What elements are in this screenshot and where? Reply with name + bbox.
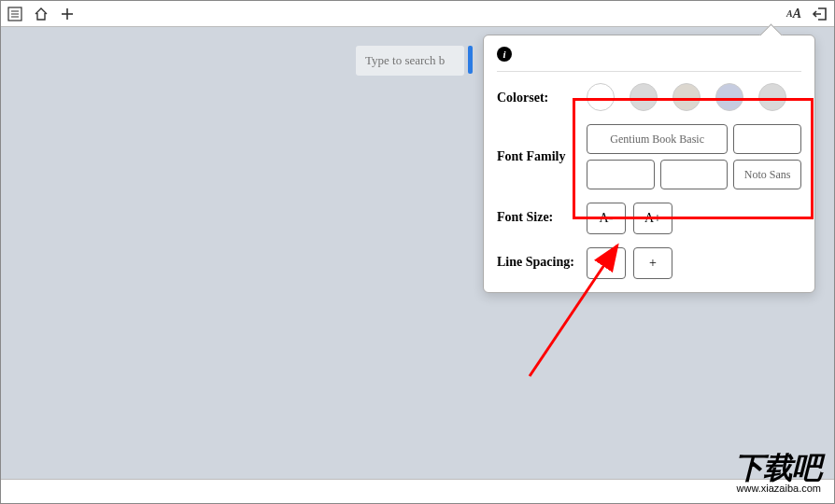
linespacing-row: Line Spacing: - + <box>497 247 801 279</box>
linespacing-increase-button[interactable]: + <box>633 247 672 279</box>
colorset-swatch-gray[interactable] <box>630 83 658 111</box>
fontsize-decrease-button[interactable]: A- <box>587 203 626 234</box>
colorset-label: Colorset: <box>497 83 587 105</box>
exit-icon[interactable] <box>812 6 828 22</box>
fontsize-label: Font Size: <box>497 203 587 225</box>
info-row: i <box>497 47 801 72</box>
colorset-swatch-blue[interactable] <box>715 83 743 111</box>
toolbar: AA <box>1 1 834 27</box>
linespacing-decrease-button[interactable]: - <box>587 247 626 279</box>
fontfamily-options: Gentium Book Basic Noto Sans <box>587 124 801 189</box>
fontsize-increase-button[interactable]: A+ <box>633 203 672 234</box>
colorset-row: Colorset: <box>497 83 801 111</box>
settings-popover: i Colorset: Font Family Gentium Book Bas… <box>483 35 815 293</box>
fontsize-controls: A- A+ <box>587 203 801 234</box>
watermark-url: www.xiazaiba.com <box>734 483 821 494</box>
list-icon[interactable] <box>7 6 23 22</box>
font-settings-icon[interactable]: AA <box>785 6 802 22</box>
add-icon[interactable] <box>59 6 76 22</box>
info-icon[interactable]: i <box>497 47 512 62</box>
colorset-swatch-sepia[interactable] <box>672 83 701 111</box>
linespacing-controls: - + <box>587 247 801 279</box>
colorset-swatch-white[interactable] <box>587 83 615 111</box>
home-icon[interactable] <box>33 6 50 22</box>
watermark: 下载吧 www.xiazaiba.com <box>734 453 821 494</box>
font-option-4[interactable] <box>660 160 729 189</box>
colorset-swatch-gray2[interactable] <box>758 83 786 111</box>
fontfamily-label: Font Family <box>497 149 587 164</box>
toolbar-left <box>7 6 76 22</box>
watermark-logo: 下载吧 <box>734 453 821 483</box>
fontsize-row: Font Size: A- A+ <box>497 203 801 234</box>
font-option-3[interactable] <box>587 160 655 189</box>
linespacing-label: Line Spacing: <box>497 247 587 270</box>
fontfamily-row: Font Family Gentium Book Basic Noto Sans <box>497 124 801 189</box>
font-option-gentium[interactable]: Gentium Book Basic <box>587 124 728 154</box>
search-input[interactable] <box>356 46 464 76</box>
font-option-noto[interactable]: Noto Sans <box>733 160 801 189</box>
bottom-bar <box>1 479 834 503</box>
toolbar-right: AA <box>785 6 828 22</box>
colorset-swatches <box>587 83 801 111</box>
font-option-2[interactable] <box>733 124 801 154</box>
search-accent <box>468 46 473 74</box>
